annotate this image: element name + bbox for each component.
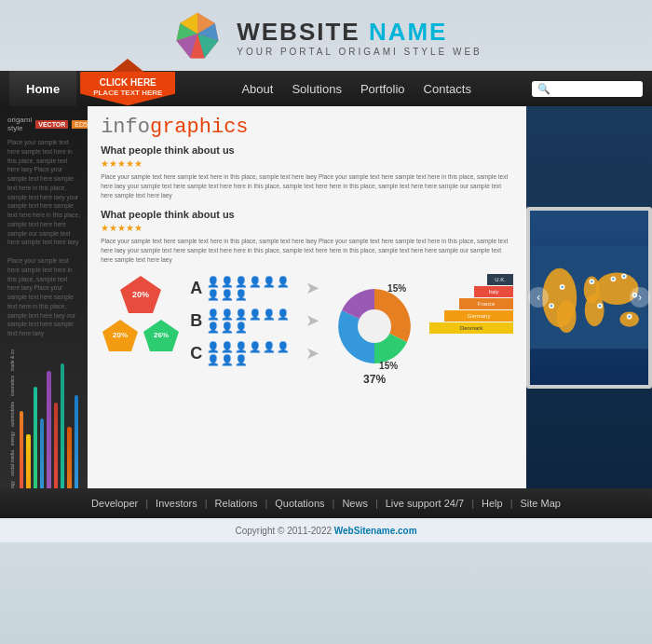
abc-row-b: B 👤 👤 👤 👤 👤 👤 👤 👤 👤 ➤ — [190, 308, 319, 334]
pentagon-2: 20% — [101, 318, 140, 353]
nav-click-here[interactable]: CLICK HERE PLACE TEXT HERE — [80, 72, 175, 105]
label-6: technology — [9, 481, 15, 488]
pencils-chart: trade & co cosmetics automobiles energy … — [7, 348, 80, 488]
bar-5 — [47, 371, 50, 488]
person-a-8: 👤 — [221, 289, 234, 301]
pentagon-value-3: 26% — [154, 331, 169, 339]
person-b-8: 👤 — [221, 322, 234, 334]
abc-section: A 👤 👤 👤 👤 👤 👤 👤 👤 👤 ➤ — [190, 276, 319, 366]
bar-8 — [67, 427, 71, 488]
copyright-bar: Copyright © 2011-2022 WebSitename.com — [0, 518, 652, 542]
bar-6 — [54, 403, 58, 488]
bar-7 — [61, 363, 64, 488]
person-b-1: 👤 — [207, 308, 220, 321]
nav-home[interactable]: Home — [9, 71, 76, 106]
bar-2 — [26, 434, 30, 488]
site-title: WEBSITE NAME YOUR PORTAL ORIGAMI STYLE W… — [237, 18, 482, 57]
pentagon-value-1: 20% — [132, 290, 149, 299]
nav-arrow-decoration — [109, 59, 146, 74]
pie-label-37: 37% — [363, 373, 386, 386]
search-icon: 🔍 — [537, 83, 550, 95]
person-b-9: 👤 — [235, 322, 248, 334]
badge-vector: VECTOR — [35, 120, 68, 129]
person-c-7: 👤 — [207, 354, 220, 366]
main-content: origami style VECTOR ED510 transparent P… — [0, 106, 652, 488]
person-c-1: 👤 — [207, 341, 220, 353]
pyramid-row-3: France — [459, 298, 513, 309]
nav-search-box: 🔍 — [532, 81, 643, 97]
person-a-6: 👤 — [277, 276, 290, 288]
pie-chart — [333, 284, 416, 368]
pie-label-15-top: 15% — [387, 283, 406, 294]
person-a-4: 👤 — [249, 276, 262, 288]
pie-label-15-right: 15% — [379, 361, 398, 371]
infographics-title: infographics — [101, 116, 513, 139]
abc-label-b: B — [190, 311, 203, 331]
footer-live-support[interactable]: Live support 24/7 — [386, 498, 464, 509]
footer-sitemap[interactable]: Site Map — [520, 498, 560, 509]
logo-gem — [170, 9, 225, 65]
sep-1: | — [145, 498, 148, 509]
person-b-3: 👤 — [235, 308, 248, 321]
person-c-3: 👤 — [235, 341, 248, 353]
nav-solutions[interactable]: Solutions — [292, 82, 341, 96]
carousel-prev[interactable]: ‹ — [528, 287, 549, 308]
pentagon-row: 20% 26% — [101, 318, 181, 353]
footer-relations[interactable]: Relations — [215, 498, 258, 509]
svg-point-12 — [358, 309, 391, 343]
sidebar-labels: trade & co cosmetics automobiles energy … — [9, 348, 15, 488]
label-2: cosmetics — [9, 376, 15, 396]
section-what-people-2: What people think about us ★★★★★ Place y… — [101, 209, 513, 264]
arrow-c: ➤ — [306, 343, 319, 363]
sep-4: | — [333, 498, 335, 509]
arrow-b: ➤ — [306, 310, 319, 331]
pentagon-3: 26% — [142, 318, 181, 353]
nav-links: About Solutions Portfolio Contacts — [181, 82, 532, 96]
navbar: Home CLICK HERE PLACE TEXT HERE About So… — [0, 71, 652, 106]
nav-portfolio[interactable]: Portfolio — [360, 82, 405, 96]
pyramid-row-5: Denmark — [429, 322, 513, 334]
footer-help[interactable]: Help — [482, 498, 503, 509]
site-name: WEBSITE NAME — [237, 18, 482, 47]
person-c-8: 👤 — [221, 354, 234, 366]
bar-1 — [20, 411, 23, 488]
label-1: trade & co — [9, 349, 15, 371]
sep-3: | — [265, 498, 267, 509]
person-a-9: 👤 — [235, 289, 248, 301]
svg-point-33 — [599, 304, 601, 306]
footer: Developer | Investors | Relations | Quot… — [0, 488, 652, 518]
stars-1: ★★★★★ — [101, 158, 513, 169]
click-here-line2: PLACE TEXT HERE — [93, 89, 162, 98]
footer-quotations[interactable]: Quotations — [275, 498, 324, 509]
carousel-next[interactable]: › — [630, 287, 650, 308]
person-c-5: 👤 — [263, 341, 276, 353]
nav-about[interactable]: About — [241, 82, 273, 96]
person-b-6: 👤 — [277, 308, 290, 321]
arrow-a: ➤ — [306, 278, 319, 298]
nav-contacts[interactable]: Contacts — [424, 82, 471, 96]
search-input[interactable] — [553, 83, 637, 94]
footer-investors[interactable]: Investors — [156, 498, 197, 509]
person-b-2: 👤 — [221, 308, 234, 321]
section2-text: Place your sample text here sample text … — [101, 237, 513, 264]
abc-row-c: C 👤 👤 👤 👤 👤 👤 👤 👤 👤 ➤ — [190, 341, 319, 366]
svg-point-15 — [557, 300, 577, 333]
footer-developer[interactable]: Developer — [91, 498, 138, 509]
people-row-a: 👤 👤 👤 👤 👤 👤 👤 👤 👤 — [207, 276, 300, 301]
pyramid-row-4: Germany — [444, 310, 513, 322]
person-a-2: 👤 — [221, 276, 234, 288]
bar-3 — [34, 387, 37, 488]
sep-6: | — [471, 498, 474, 509]
person-a-7: 👤 — [207, 289, 220, 301]
footer-news[interactable]: News — [342, 498, 368, 509]
person-c-9: 👤 — [235, 354, 248, 366]
copyright-text: Copyright © 2011-2022 WebSitename.com — [235, 526, 416, 536]
pentagon-section: 20% 20% 26% — [101, 274, 181, 353]
section2-title: What people think about us — [101, 209, 513, 220]
svg-point-23 — [591, 281, 592, 282]
pie-section: 15% 15% 37% — [333, 274, 416, 386]
sidebar-text-1: Place your sample text here sample text … — [7, 138, 80, 247]
svg-point-25 — [612, 278, 614, 280]
pyramid-section: U.K. Italy France Germany Denmark — [429, 274, 513, 334]
person-c-2: 👤 — [221, 341, 234, 353]
